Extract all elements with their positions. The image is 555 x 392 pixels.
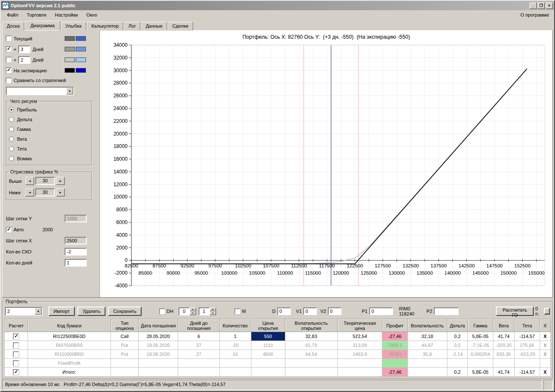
cell-theo <box>337 359 382 368</box>
x-tick-label: 145000 <box>472 270 489 276</box>
chevron-down-icon[interactable]: ▼ <box>66 88 73 94</box>
plus2-checkbox[interactable] <box>6 57 11 62</box>
spin-up-icon[interactable]: ▲ <box>210 307 216 311</box>
radio-vomma[interactable]: Вомма <box>9 153 89 163</box>
y-tick-label: 24000 <box>114 105 128 111</box>
radio-vega[interactable]: Вега <box>9 134 89 144</box>
radio-icon[interactable] <box>9 107 14 112</box>
row-calc-checkbox[interactable] <box>13 369 19 375</box>
cko-count-input[interactable] <box>65 248 87 256</box>
plus-sign: + <box>14 47 16 52</box>
v2-input[interactable] <box>328 307 342 315</box>
m-checkbox[interactable] <box>235 309 240 314</box>
row-calc-checkbox[interactable] <box>13 352 19 357</box>
auto-grid-row: Авто 2000 <box>6 224 98 235</box>
radio-icon[interactable] <box>9 127 14 132</box>
above-increase-button[interactable]: ► <box>56 177 65 185</box>
v1-input[interactable] <box>303 307 317 315</box>
tab-board[interactable]: Доска <box>2 22 24 31</box>
radio-label: Вега <box>17 136 27 142</box>
row-calc-checkbox[interactable] <box>13 361 19 366</box>
chevron-down-icon[interactable]: ▼ <box>35 308 42 315</box>
radio-icon[interactable] <box>9 117 14 122</box>
compare-strategy-checkbox[interactable] <box>6 78 11 83</box>
color-swatch <box>65 57 75 62</box>
portfolio-selector[interactable]: 2 ▼ <box>5 307 43 315</box>
radio-icon[interactable] <box>9 156 14 161</box>
radio-icon[interactable] <box>9 136 14 142</box>
save-button[interactable]: Сохранить <box>108 307 142 316</box>
below-decrease-button[interactable]: ◄ <box>26 188 34 196</box>
calc-margin-button[interactable]: Рассчитать ГО <box>496 307 534 316</box>
minimize-button[interactable]: _ <box>529 3 537 9</box>
v2-label: V2 <box>320 309 326 314</box>
tab-deals[interactable]: Сделки <box>168 22 193 31</box>
below-increase-button[interactable]: ► <box>56 188 65 196</box>
resize-grip[interactable] <box>544 380 553 390</box>
p2-input[interactable] <box>434 307 458 315</box>
dh-spinner-1[interactable]: 0 ▲▼ <box>179 307 196 315</box>
auto-grid-checkbox[interactable] <box>6 227 11 233</box>
radio-profit[interactable]: Прибыль <box>9 105 89 114</box>
maximize-button[interactable]: ❐ <box>538 3 545 9</box>
row-close-button[interactable]: X <box>540 341 551 350</box>
plus2-days-input[interactable] <box>18 56 30 64</box>
delete-button[interactable]: Удалить <box>77 307 105 316</box>
tab-smile[interactable]: Улыбка <box>61 22 86 31</box>
cell-calc <box>5 368 28 377</box>
spin-down-icon[interactable]: ▼ <box>210 311 216 315</box>
radio-gamma[interactable]: Гамма <box>9 124 89 134</box>
plus3-checkbox[interactable] <box>6 46 11 52</box>
tab-log[interactable]: Лог <box>124 22 140 31</box>
menu-about[interactable]: О программе <box>517 11 552 19</box>
d-input[interactable] <box>277 307 291 315</box>
menu-settings[interactable]: Настройки <box>51 11 82 19</box>
above-decrease-button[interactable]: ◄ <box>26 177 34 185</box>
y-tick-label: 16000 <box>114 156 128 162</box>
radio-delta[interactable]: Дельта <box>9 114 89 124</box>
current-checkbox[interactable] <box>6 36 11 41</box>
grid-step-x-input[interactable] <box>65 237 87 244</box>
cell-date <box>139 359 178 368</box>
cell-theta: -114,57 <box>515 332 540 341</box>
cell-theta <box>515 359 540 368</box>
row-calc-checkbox[interactable] <box>13 334 19 339</box>
grid-step-x-row: Шаг сетки X <box>6 235 98 246</box>
menu-trading[interactable]: Торговля <box>23 11 51 19</box>
row-close-button[interactable]: X <box>540 350 551 359</box>
tab-data[interactable]: Данные <box>141 22 167 31</box>
x-tick-label: 140000 <box>444 270 461 276</box>
auto-grid-label: Авто <box>14 227 24 232</box>
menu-file[interactable]: Файл <box>3 11 23 19</box>
column-header-open_vol: Волатильность открытия <box>285 319 337 332</box>
tab-diagram[interactable]: Диаграмма <box>25 21 60 31</box>
import-button[interactable]: Импорт <box>48 307 75 316</box>
dh-checkbox[interactable] <box>159 309 165 314</box>
dh-spinner-2[interactable]: 1 ▲▼ <box>199 307 216 315</box>
row-close-button[interactable]: X <box>540 368 551 377</box>
cell-code: RI110000BR0 <box>28 350 111 359</box>
y-tick-label: 30000 <box>114 68 128 74</box>
cell-vega <box>493 359 515 368</box>
payoff-chart[interactable]: -4000-2000020004000600080001000012000140… <box>101 41 552 287</box>
plus3-days-input[interactable] <box>18 45 30 53</box>
cell-vol <box>407 359 447 368</box>
row-calc-checkbox[interactable] <box>13 343 19 348</box>
curve-row-expiration: На экспирацию <box>6 65 98 76</box>
strategy-select[interactable]: ▼ <box>6 87 74 95</box>
spin-down-icon[interactable]: ▼ <box>190 311 196 315</box>
radio-theta[interactable]: Тета <box>9 144 89 153</box>
tab-calculator[interactable]: Калькулятор <box>87 22 123 31</box>
row-close-button[interactable]: X <box>540 332 551 341</box>
expiration-checkbox[interactable] <box>6 68 11 73</box>
plot-area[interactable] <box>131 45 545 286</box>
p1-input[interactable] <box>369 307 393 315</box>
radio-icon[interactable] <box>9 146 14 151</box>
collapse-portfolio-button[interactable]: _ <box>544 308 550 315</box>
spin-up-icon[interactable]: ▲ <box>190 307 196 311</box>
cell-gamma: 5,8E-05 <box>468 332 493 341</box>
chart-title: Портфель: Ось X: 82760 Ось Y: (+3 дн. -5… <box>101 31 552 41</box>
close-button[interactable]: × <box>546 3 553 9</box>
days-count-input[interactable] <box>65 259 87 267</box>
menu-window[interactable]: Окно <box>82 11 102 19</box>
